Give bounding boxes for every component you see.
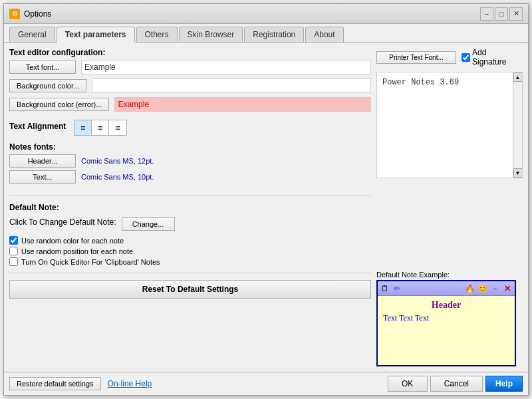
tab-registration[interactable]: Registration [244, 27, 304, 42]
sticky-icons-left: 🗒 ✏ [380, 283, 402, 294]
tab-bar: General Text parameters Others Skin Brow… [4, 24, 528, 43]
text-font-button[interactable]: Text font... [9, 61, 76, 74]
note-fire-icon: 🔥 [464, 283, 475, 294]
minimize-button[interactable]: − [480, 7, 493, 21]
bg-color-button[interactable]: Background color... [9, 79, 86, 92]
note-pencil-icon: ✏ [392, 283, 402, 294]
default-note-section: Default Note: Click To Change Default No… [9, 203, 371, 266]
tab-about[interactable]: About [305, 27, 343, 42]
note-close-icon[interactable]: ✕ [502, 283, 513, 294]
window-title: Options [24, 9, 51, 19]
tab-others[interactable]: Others [136, 27, 178, 42]
note-body-text: Text Text Text [383, 313, 509, 323]
bg-color-row: Background color... [9, 78, 371, 93]
text-font-btn2[interactable]: Text... [9, 170, 76, 184]
app-icon: ⚙ [9, 9, 20, 19]
cancel-button[interactable]: Cancel [430, 376, 483, 392]
preview-container: Power Notes 3.69 ▲ ▼ [376, 72, 523, 178]
checkbox-random-color-input[interactable] [9, 236, 18, 245]
default-note-example: Default Note Example: 🗒 ✏ 🔥 😊 – [376, 271, 523, 366]
add-signature-checkbox[interactable] [462, 53, 470, 62]
bottom-right: OK Cancel Help [388, 376, 523, 392]
scroll-down-button[interactable]: ▼ [513, 168, 523, 178]
spacer [376, 181, 523, 268]
main-area: Text editor configuration: Text font... … [9, 48, 523, 366]
maximize-button[interactable]: □ [495, 7, 508, 21]
example-normal: Example [81, 60, 371, 74]
header-font-label: Comic Sans MS, 12pt. [81, 157, 154, 165]
checkboxes: Use random color for each note Use rando… [9, 236, 371, 266]
checkbox-random-position: Use random position for each note [9, 247, 371, 255]
notes-fonts-section: Notes fonts: Header... Comic Sans MS, 12… [9, 142, 371, 186]
text-editor-section: Text editor configuration: Text font... … [9, 48, 371, 116]
sticky-note: 🗒 ✏ 🔥 😊 – ✕ Header [376, 280, 516, 366]
note-menu-icon: 🗒 [380, 283, 390, 294]
ok-button[interactable]: OK [388, 376, 428, 392]
alignment-section: Text Alignment ≡ ≡ ≡ [9, 120, 371, 136]
default-note-row: Click To Change Default Note: Change... [9, 217, 371, 231]
text-font-row: Text... Comic Sans MS, 10pt. [9, 170, 371, 184]
align-buttons: ≡ ≡ ≡ [74, 120, 127, 136]
printer-font-button[interactable]: Printer Text Font... [376, 51, 456, 64]
checkbox-random-color-label: Use random color for each note [21, 237, 124, 245]
sticky-icons-right: 🔥 😊 – ✕ [464, 283, 513, 294]
add-signature-label: Add Signature [472, 48, 523, 66]
checkbox-quick-editor: Turn On Quick Editor For 'Clipboard' Not… [9, 257, 371, 266]
reset-button[interactable]: Reset To Default Settings [9, 280, 371, 299]
checkbox-random-position-label: Use random position for each note [21, 247, 133, 255]
align-center-button[interactable]: ≡ [92, 120, 109, 135]
note-minimize-icon[interactable]: – [489, 283, 500, 294]
notes-fonts-title: Notes fonts: [9, 142, 371, 152]
align-left-button[interactable]: ≡ [74, 120, 92, 135]
preview-wrapper: Power Notes 3.69 ▲ ▼ [376, 72, 523, 178]
bottom-left: Restore default settings On-line Help [9, 377, 152, 390]
left-panel: Text editor configuration: Text font... … [9, 48, 371, 366]
text-editor-title: Text editor configuration: [9, 48, 371, 57]
text-font-row: Text font... Example [9, 60, 371, 74]
text-font-label: Comic Sans MS, 10pt. [81, 173, 154, 181]
scrollbar: ▲ ▼ [513, 72, 522, 178]
main-content: Text editor configuration: Text font... … [4, 43, 528, 372]
divider2 [9, 273, 371, 273]
tab-general[interactable]: General [9, 27, 55, 42]
checkbox-quick-editor-label: Turn On Quick Editor For 'Clipboard' Not… [21, 258, 160, 266]
title-bar: ⚙ Options − □ ✕ [4, 4, 528, 24]
right-panel: Printer Text Font... Add Signature Power… [376, 48, 523, 366]
change-label: Click To Change Default Note: [9, 217, 116, 227]
tab-text-parameters[interactable]: Text parameters [57, 27, 135, 43]
bg-example [92, 78, 371, 93]
checkbox-random-position-input[interactable] [9, 247, 18, 255]
sticky-note-body: Header Text Text Text [378, 296, 515, 365]
tab-skin-browser[interactable]: Skin Browser [179, 27, 243, 42]
help-button[interactable]: Help [485, 376, 523, 392]
add-signature-container: Add Signature [462, 48, 523, 66]
note-example-label: Default Note Example: [376, 271, 523, 279]
printer-font-row: Printer Text Font... Add Signature [376, 48, 523, 66]
options-window: ⚙ Options − □ ✕ General Text parameters … [3, 3, 529, 396]
checkbox-quick-editor-input[interactable] [9, 257, 18, 266]
error-example: Example [114, 97, 371, 112]
bg-error-button[interactable]: Background color (error)... [9, 98, 109, 111]
title-bar-left: ⚙ Options [9, 9, 51, 19]
note-header-text: Header [383, 300, 509, 311]
default-note-title: Default Note: [9, 203, 371, 212]
align-right-button[interactable]: ≡ [109, 120, 126, 135]
preview-inner: Power Notes 3.69 [377, 72, 513, 178]
change-button[interactable]: Change... [122, 217, 175, 231]
alignment-title: Text Alignment [9, 122, 66, 131]
checkbox-random-color: Use random color for each note [9, 236, 371, 245]
restore-default-button[interactable]: Restore default settings [9, 377, 101, 390]
note-smiley-icon: 😊 [477, 283, 487, 294]
scroll-up-button[interactable]: ▲ [513, 72, 523, 82]
header-font-row: Header... Comic Sans MS, 12pt. [9, 154, 371, 168]
online-help-link[interactable]: On-line Help [108, 379, 152, 388]
divider1 [9, 196, 371, 196]
header-font-button[interactable]: Header... [9, 154, 76, 168]
title-buttons: − □ ✕ [480, 7, 523, 21]
sticky-note-titlebar: 🗒 ✏ 🔥 😊 – ✕ [378, 281, 515, 296]
close-button[interactable]: ✕ [509, 7, 523, 21]
bg-error-row: Background color (error)... Example [9, 97, 371, 112]
preview-text: Power Notes 3.69 [380, 75, 510, 90]
bottom-bar: Restore default settings On-line Help OK… [4, 372, 528, 395]
